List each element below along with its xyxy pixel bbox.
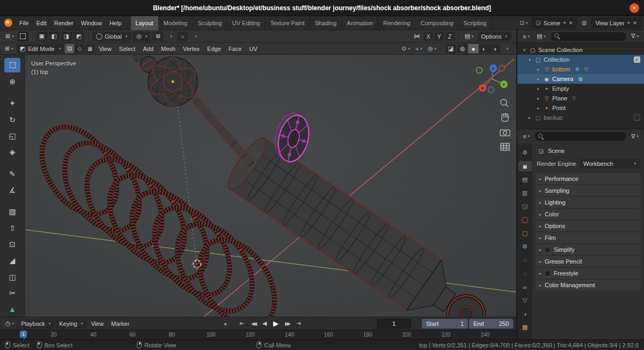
tab-texture-properties[interactable]: ▩: [518, 322, 532, 332]
render-engine-dropdown[interactable]: Workbench▾: [580, 159, 640, 169]
tool-bevel[interactable]: ◢: [4, 253, 20, 268]
tab-material-properties[interactable]: ◑: [518, 309, 532, 319]
panel-simplify[interactable]: ▸Simplify: [536, 244, 641, 255]
select-mode-intersect[interactable]: ◩: [74, 32, 84, 41]
tool-inset-faces[interactable]: ⊡: [4, 237, 20, 251]
tab-modifier-properties[interactable]: ⚙: [518, 242, 532, 252]
tool-knife[interactable]: ✂: [4, 286, 20, 300]
workspace-tab-texture-paint[interactable]: Texture Paint: [265, 16, 310, 30]
select-menu[interactable]: Select: [116, 46, 139, 52]
mesh-menu[interactable]: Mesh: [158, 46, 179, 52]
select-mode-subtract[interactable]: ◨: [61, 32, 72, 41]
timeline-marker-menu[interactable]: Marker: [108, 320, 133, 327]
face-menu[interactable]: Face: [225, 46, 245, 52]
panel-grease-pencil[interactable]: ▸Grease Pencil: [536, 256, 641, 267]
outliner-filter-dropdown[interactable]: ∇▾: [629, 32, 641, 41]
menu-file[interactable]: File: [16, 18, 33, 28]
new-view-layer-icon[interactable]: +: [627, 20, 631, 26]
prev-keyframe-button[interactable]: ◀◀: [248, 319, 258, 329]
simplify-checkbox[interactable]: [545, 247, 551, 253]
uv-menu[interactable]: UV: [246, 46, 260, 52]
next-keyframe-button[interactable]: ▶▶: [282, 319, 292, 329]
panel-options[interactable]: ▸Options: [536, 221, 641, 231]
mirror-y-toggle[interactable]: Y: [435, 32, 444, 41]
outliner-row-camera[interactable]: ▸◉ Camera ▦: [517, 74, 644, 84]
menu-edit[interactable]: Edit: [33, 18, 50, 28]
tab-constraint-properties[interactable]: ∞: [518, 282, 532, 292]
transform-orientation-dropdown[interactable]: ◯ Global▾: [92, 32, 131, 41]
vertex-select-mode-button[interactable]: ⊡: [65, 44, 74, 53]
auto-keying-toggle[interactable]: ●: [220, 319, 230, 329]
tab-output-properties[interactable]: ▤: [518, 174, 532, 185]
perspective-toggle-control[interactable]: [501, 143, 509, 150]
outliner-row-collection[interactable]: ▾▢ Collection ✓: [517, 55, 644, 64]
new-scene-icon[interactable]: +: [563, 20, 566, 26]
tab-physics-properties[interactable]: ◌: [518, 268, 532, 279]
properties-filter-dropdown[interactable]: ∇▾: [629, 132, 641, 141]
workspace-tab-animation[interactable]: Animation: [342, 16, 378, 30]
frame-end-field[interactable]: End250: [469, 319, 513, 329]
face-select-mode-button[interactable]: ▦: [85, 44, 94, 53]
overlays-dropdown[interactable]: ◎▾: [426, 44, 438, 54]
proportional-editing-toggle[interactable]: ○: [177, 32, 188, 41]
workspace-tab-rendering[interactable]: Rendering: [378, 16, 416, 30]
workspace-tab-modeling[interactable]: Modeling: [159, 16, 193, 30]
tool-extrude-region[interactable]: ⇧: [4, 221, 20, 235]
camera-view-control[interactable]: [500, 130, 510, 136]
properties-search-input[interactable]: [535, 132, 626, 141]
tab-render-properties[interactable]: ◙: [518, 161, 532, 171]
shading-wireframe-button[interactable]: ◍: [457, 44, 468, 53]
workspace-tab-sculpting[interactable]: Sculpting: [193, 16, 227, 30]
mode-dropdown[interactable]: ◩ Edit Mode▾: [17, 44, 64, 54]
play-reverse-button[interactable]: ◀: [259, 319, 269, 329]
tab-view-layer-properties[interactable]: ▥: [518, 188, 532, 198]
keying-menu[interactable]: Keying▾: [55, 319, 86, 329]
snap-toggle[interactable]: ⋓: [152, 32, 163, 41]
tab-particle-properties[interactable]: ∴: [518, 255, 532, 265]
frame-start-field[interactable]: Start1: [422, 319, 468, 329]
tab-object-properties[interactable]: ▢: [518, 228, 532, 238]
tool-scale[interactable]: ◱: [4, 128, 20, 143]
scene-selector[interactable]: ◲ Scene + ✕: [532, 18, 576, 28]
tool-rotate[interactable]: ↻: [4, 112, 20, 127]
freestyle-checkbox[interactable]: [545, 271, 551, 276]
workspace-tab-layout[interactable]: Layout: [131, 16, 159, 30]
proportional-falloff-dropdown[interactable]: ▾: [189, 32, 200, 41]
correct-face-attributes-dropdown[interactable]: ▤▾: [463, 32, 476, 41]
view-menu[interactable]: View: [96, 46, 115, 52]
outliner-row-bottom[interactable]: ▸▽ bottom ⚙ ▽: [517, 64, 644, 74]
gizmos-dropdown[interactable]: +▾: [413, 44, 425, 54]
xray-toggle[interactable]: ◪: [445, 44, 456, 54]
outliner-row-scene-collection[interactable]: ▾▢ Scene Collection: [517, 45, 644, 55]
tool-move[interactable]: +: [4, 96, 20, 111]
menu-help[interactable]: Help: [106, 18, 126, 28]
panel-color-management[interactable]: ▸Color Management: [536, 280, 641, 290]
timeline-view-menu[interactable]: View: [87, 320, 107, 327]
tool-add-cube[interactable]: ▧: [4, 205, 20, 219]
panel-lighting[interactable]: ▸Lighting: [536, 197, 641, 208]
shading-settings-dropdown[interactable]: ▾: [501, 44, 512, 54]
panel-sampling[interactable]: ▸Sampling: [536, 185, 641, 196]
tool-cursor[interactable]: ⊕: [4, 74, 20, 89]
close-button[interactable]: ✕: [630, 3, 639, 13]
tool-annotate[interactable]: ✎: [4, 166, 20, 181]
tab-tool-properties[interactable]: ⚙: [518, 148, 532, 158]
axis-ball-z-neg[interactable]: [488, 87, 494, 93]
tool-poly-build[interactable]: ▲: [4, 302, 20, 317]
tool-select-box[interactable]: [4, 58, 20, 72]
tool-loop-cut[interactable]: ◫: [4, 269, 20, 284]
view-layer-selector[interactable]: View Layer + ✕: [591, 18, 641, 28]
playback-menu[interactable]: Playback▾: [17, 319, 54, 329]
viewport-editor-selector[interactable]: ⊞▾: [3, 44, 16, 54]
outliner-row-backup[interactable]: ▸▢ backup ✓: [517, 113, 644, 122]
viewport-canvas[interactable]: Z Y X: [25, 55, 516, 317]
shading-solid-button[interactable]: ●: [468, 44, 479, 53]
axis-ball-x-neg[interactable]: [499, 65, 505, 71]
edge-menu[interactable]: Edge: [204, 46, 224, 52]
pivot-point-dropdown[interactable]: ◎▾: [133, 32, 151, 41]
options-dropdown[interactable]: Options▾: [478, 32, 511, 41]
axis-ball-y-neg[interactable]: [477, 68, 482, 74]
vertex-menu[interactable]: Vertex: [180, 46, 203, 52]
outliner-search-input[interactable]: [551, 32, 626, 41]
panel-performance[interactable]: ▸Performance: [536, 173, 641, 184]
